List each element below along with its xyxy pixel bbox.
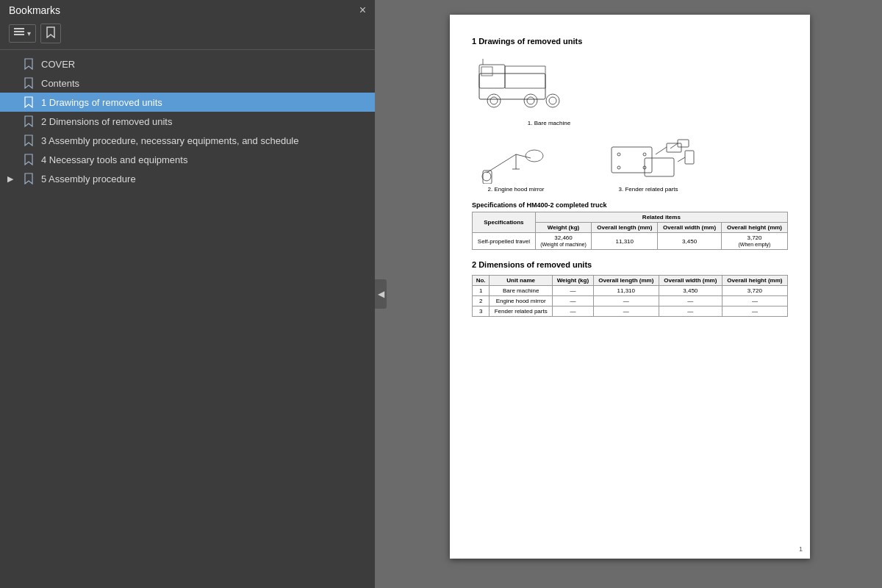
bookmark-flag-icon-assembly-proc bbox=[24, 135, 35, 146]
figure-box-machine: 1. Bare machine bbox=[472, 51, 626, 126]
specs-th-weight: Weight (kg) bbox=[535, 223, 592, 233]
table-row: 1Bare machine—11,3103,4503,720 bbox=[473, 286, 788, 296]
svg-rect-4 bbox=[479, 65, 505, 88]
specs-height: 3,720(When empty) bbox=[721, 233, 787, 250]
svg-point-5 bbox=[487, 94, 501, 107]
figure-row-2: 2. Engine hood mirror bbox=[472, 132, 788, 193]
bookmarks-header: Bookmarks × bbox=[0, 0, 375, 21]
dims-th-name: Unit name bbox=[490, 276, 553, 286]
bookmarks-panel: Bookmarks × ▾ bbox=[0, 0, 375, 588]
close-icon[interactable]: × bbox=[359, 4, 366, 16]
svg-rect-2 bbox=[14, 34, 24, 35]
dims-cell-length: — bbox=[593, 296, 659, 306]
bookmark-flag-icon-contents bbox=[24, 77, 35, 89]
bookmark-item-assembly[interactable]: ▶ 5 Assembly procedure bbox=[0, 169, 375, 188]
figure-box-fender: 3. Fender related parts bbox=[582, 132, 714, 193]
svg-rect-3 bbox=[479, 74, 545, 99]
bookmark-item-contents[interactable]: Contents bbox=[0, 74, 375, 93]
page-number-badge: 1 bbox=[799, 545, 803, 553]
specs-width: 3,450 bbox=[658, 233, 722, 250]
chevron-left-icon: ◀ bbox=[378, 289, 384, 299]
svg-rect-27 bbox=[685, 151, 694, 164]
dims-cell-no: 3 bbox=[473, 306, 490, 317]
drawings-figures: 1. Bare machine bbox=[472, 51, 788, 193]
specs-table: Specifications Related items Weight (kg)… bbox=[472, 212, 788, 250]
bookmark-add-button[interactable] bbox=[40, 24, 61, 43]
svg-rect-0 bbox=[14, 28, 24, 29]
svg-rect-21 bbox=[612, 147, 652, 173]
dims-cell-width: — bbox=[659, 296, 722, 306]
svg-line-22 bbox=[656, 147, 667, 154]
view-options-button[interactable]: ▾ bbox=[9, 24, 36, 43]
svg-rect-23 bbox=[667, 143, 681, 152]
bookmark-item-necessary-tools[interactable]: 4 Necessary tools and equipments bbox=[0, 150, 375, 169]
bookmarks-title: Bookmarks bbox=[9, 4, 60, 16]
dims-cell-weight: — bbox=[553, 286, 594, 296]
bookmark-item-dimensions[interactable]: 2 Dimensions of removed units bbox=[0, 112, 375, 131]
fender-illustration bbox=[582, 132, 714, 184]
bookmark-icon bbox=[46, 26, 56, 40]
figure3-caption: 3. Fender related parts bbox=[619, 186, 678, 193]
bookmark-label-cover: COVER bbox=[41, 59, 75, 70]
bookmark-list: COVER Contents 1 Drawings of removed uni… bbox=[0, 50, 375, 588]
bookmark-item-assembly-proc[interactable]: 3 Assembly procedure, necessary equipmen… bbox=[0, 131, 375, 150]
pdf-page-container[interactable]: 1 Drawings of removed units bbox=[375, 0, 882, 588]
dims-cell-name: Fender related parts bbox=[490, 306, 553, 317]
specs-row-label: Self-propelled travel bbox=[473, 233, 536, 250]
dims-cell-height: — bbox=[722, 306, 787, 317]
dims-tbody: 1Bare machine—11,3103,4503,7202Engine ho… bbox=[473, 286, 788, 317]
dims-th-length: Overall length (mm) bbox=[593, 276, 659, 286]
dims-th-no: No. bbox=[473, 276, 490, 286]
svg-point-8 bbox=[527, 97, 534, 104]
bookmark-label-contents: Contents bbox=[41, 78, 79, 89]
specs-th-width: Overall width (mm) bbox=[658, 223, 722, 233]
specs-th-specifications: Specifications bbox=[473, 212, 536, 233]
specs-th-length: Overall length (mm) bbox=[592, 223, 658, 233]
dims-cell-weight: — bbox=[553, 296, 594, 306]
svg-point-16 bbox=[526, 150, 543, 162]
figure1-caption: 1. Bare machine bbox=[528, 120, 570, 126]
specs-th-related-items: Related items bbox=[535, 212, 787, 223]
dims-cell-no: 1 bbox=[473, 286, 490, 296]
table-row: 2Engine hood mirror———— bbox=[473, 296, 788, 306]
section2-title: 2 Dimensions of removed units bbox=[472, 260, 788, 269]
list-view-icon bbox=[14, 27, 26, 40]
bookmark-item-drawings[interactable]: 1 Drawings of removed units bbox=[0, 93, 375, 112]
pdf-page: 1 Drawings of removed units bbox=[450, 15, 810, 559]
bookmark-item-cover[interactable]: COVER bbox=[0, 54, 375, 74]
svg-line-28 bbox=[678, 157, 685, 162]
svg-rect-24 bbox=[645, 158, 674, 176]
svg-marker-11 bbox=[505, 66, 545, 88]
svg-rect-13 bbox=[481, 67, 492, 76]
dims-th-width: Overall width (mm) bbox=[659, 276, 722, 286]
bookmark-label-dimensions: 2 Dimensions of removed units bbox=[41, 116, 172, 127]
dims-table: No. Unit name Weight (kg) Overall length… bbox=[472, 275, 788, 317]
machine-illustration bbox=[472, 51, 626, 118]
svg-line-14 bbox=[487, 154, 516, 173]
svg-point-29 bbox=[617, 153, 620, 156]
svg-line-15 bbox=[516, 154, 531, 158]
svg-point-9 bbox=[546, 94, 559, 107]
dims-cell-length: 11,310 bbox=[593, 286, 659, 296]
svg-point-18 bbox=[482, 172, 491, 181]
dims-cell-name: Engine hood mirror bbox=[490, 296, 553, 306]
specs-row: Self-propelled travel 32,460(Weight of m… bbox=[473, 233, 788, 250]
svg-point-30 bbox=[643, 153, 646, 156]
bookmark-flag-icon-drawings bbox=[24, 96, 35, 108]
bookmark-label-assembly: 5 Assembly procedure bbox=[41, 173, 136, 184]
panel-collapse-button[interactable]: ◀ bbox=[375, 279, 387, 309]
bookmark-label-drawings: 1 Drawings of removed units bbox=[41, 97, 162, 108]
specs-weight: 32,460(Weight of machine) bbox=[535, 233, 592, 250]
specs-th-height: Overall height (mm) bbox=[721, 223, 787, 233]
dims-th-height: Overall height (mm) bbox=[722, 276, 787, 286]
bookmark-flag-icon bbox=[24, 58, 35, 70]
figure-box-hood: 2. Engine hood mirror bbox=[472, 132, 560, 193]
dims-cell-height: — bbox=[722, 296, 787, 306]
bookmark-flag-icon-assembly bbox=[24, 173, 35, 184]
dims-cell-no: 2 bbox=[473, 296, 490, 306]
dims-th-weight: Weight (kg) bbox=[553, 276, 594, 286]
svg-line-26 bbox=[670, 143, 678, 148]
expand-arrow-assembly: ▶ bbox=[7, 174, 18, 184]
dims-cell-length: — bbox=[593, 306, 659, 317]
specs-length: 11,310 bbox=[592, 233, 658, 250]
